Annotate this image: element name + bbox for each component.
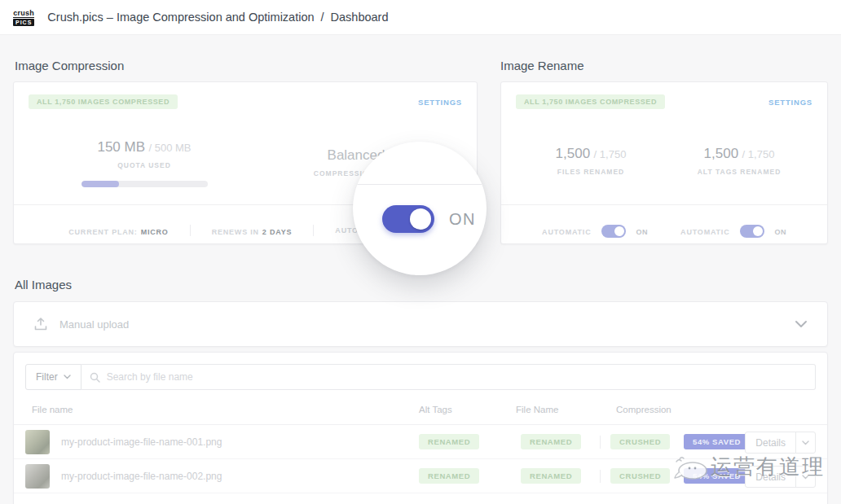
- alt-tags-renamed-stat: 1,500 / 1,750 ALT TAGS RENAMED: [674, 146, 804, 176]
- file-name-text: my-product-image-file-name-002.png: [61, 471, 222, 482]
- automatic-label: AUTOMATIC: [680, 228, 729, 236]
- automatic-label: AUTOMATIC: [542, 228, 591, 236]
- details-button-label[interactable]: Details: [746, 432, 796, 453]
- alt-tags-renamed-badge: RENAMED: [419, 468, 479, 484]
- saved-percent-badge: 54% SAVED: [684, 434, 750, 449]
- filter-button-label: Filter: [36, 371, 58, 383]
- alt-tags-renamed-total: / 1,750: [742, 148, 775, 160]
- breadcrumb-current: Dashboard: [331, 11, 389, 24]
- renew-label: RENEWS IN: [212, 228, 259, 236]
- upload-icon: [33, 317, 48, 331]
- product-image-thumbnail: [25, 430, 50, 454]
- files-rename-automatic-toggle[interactable]: [601, 225, 626, 238]
- watermark: 运营有道理: [673, 453, 825, 481]
- files-renamed-total: / 1,750: [594, 148, 627, 160]
- quota-used-value: 150 MB: [97, 139, 145, 155]
- section-title-all-images: All Images: [15, 278, 72, 291]
- file-name-renamed-badge: RENAMED: [521, 468, 581, 484]
- image-rename-card: ALL 1,750 IMAGES COMPRESSED SETTINGS 1,5…: [500, 81, 828, 244]
- file-name-text: my-product-image-file-name-001.png: [61, 436, 222, 448]
- search-input[interactable]: [107, 371, 807, 383]
- files-renamed-value: 1,500: [556, 146, 591, 161]
- app-header: crush PICS Crush.pics – Image Compressio…: [0, 0, 841, 35]
- files-renamed-label: FILES RENAMED: [526, 168, 656, 176]
- rename-status-badge: ALL 1,750 IMAGES COMPRESSED: [516, 94, 665, 109]
- files-renamed-stat: 1,500 / 1,750 FILES RENAMED: [526, 146, 656, 176]
- magnified-automatic-toggle[interactable]: [382, 205, 434, 233]
- section-title-image-rename: Image Rename: [500, 59, 584, 72]
- row-column-divider: [600, 470, 601, 483]
- renew-value: 2 DAYS: [262, 228, 293, 236]
- column-header-file-name: File name: [32, 405, 73, 414]
- watermark-text: 运营有道理: [711, 453, 825, 481]
- alt-tags-renamed-label: ALT TAGS RENAMED: [674, 168, 804, 176]
- product-image-thumbnail: [25, 464, 50, 489]
- compression-settings-link[interactable]: SETTINGS: [418, 98, 462, 107]
- plan-label: CURRENT PLAN:: [68, 228, 137, 236]
- details-split-button[interactable]: Details: [745, 432, 816, 454]
- quota-progress-fill: [81, 181, 120, 187]
- rename-card-footer: AUTOMATIC ON AUTOMATIC ON: [501, 216, 827, 245]
- breadcrumb-separator: /: [321, 11, 324, 24]
- whale-doodle-icon: [673, 454, 711, 481]
- column-header-alt-tags: Alt Tags: [419, 405, 452, 414]
- quota-stat: 150 MB / 500 MB QUOTA USED: [55, 139, 234, 187]
- crushpics-logo: crush PICS: [13, 9, 34, 26]
- magnified-card-border: [353, 184, 487, 185]
- quota-total-value: / 500 MB: [149, 142, 192, 154]
- alt-tags-renamed-badge: RENAMED: [419, 434, 479, 449]
- filter-button[interactable]: Filter: [25, 364, 81, 390]
- column-header-compression: Compression: [616, 405, 671, 414]
- chevron-down-icon[interactable]: [795, 320, 808, 328]
- search-icon: [90, 372, 100, 383]
- details-caret-button[interactable]: [796, 432, 815, 453]
- crushed-badge: CRUSHED: [610, 468, 670, 484]
- card-divider: [501, 204, 827, 205]
- magnified-toggle-state: ON: [449, 210, 476, 229]
- toggle-state-label: ON: [774, 228, 786, 236]
- column-header-file-name-2: File Name: [516, 405, 558, 414]
- manual-upload-panel[interactable]: Manual upload: [13, 301, 828, 347]
- quota-label: QUOTA USED: [55, 161, 234, 169]
- section-title-image-compression: Image Compression: [15, 59, 124, 72]
- logo-text-bottom: PICS: [13, 19, 34, 26]
- footer-divider: [313, 225, 314, 236]
- file-name-renamed-badge: RENAMED: [521, 434, 581, 449]
- logo-text-top: crush: [13, 9, 34, 18]
- manual-upload-label: Manual upload: [59, 318, 129, 331]
- rename-settings-link[interactable]: SETTINGS: [768, 98, 812, 107]
- magnifier-callout: ON: [353, 142, 487, 275]
- table-header-row: File name Alt Tags File Name Compression: [14, 397, 827, 425]
- quota-progress-bar: [81, 181, 208, 187]
- page-title: Crush.pics – Image Compression and Optim…: [47, 11, 314, 24]
- plan-value: MICRO: [141, 228, 169, 236]
- alt-tags-automatic-toggle[interactable]: [740, 225, 764, 238]
- search-box: [81, 364, 816, 390]
- table-filter-bar: Filter: [25, 364, 816, 390]
- toggle-state-label: ON: [636, 228, 648, 236]
- row-column-divider: [600, 436, 601, 449]
- caret-down-icon: [64, 375, 71, 379]
- footer-divider: [190, 225, 191, 236]
- crushed-badge: CRUSHED: [610, 434, 670, 449]
- compression-status-badge: ALL 1,750 IMAGES COMPRESSED: [29, 94, 178, 109]
- alt-tags-renamed-value: 1,500: [704, 146, 739, 161]
- caret-down-icon: [802, 440, 809, 445]
